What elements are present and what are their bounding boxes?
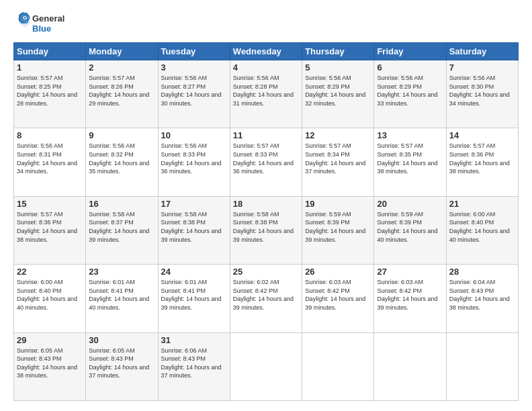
calendar-day-cell: 10Sunrise: 5:56 AMSunset: 8:33 PMDayligh… (158, 128, 230, 196)
day-info: Sunrise: 5:56 AMSunset: 8:33 PMDaylight:… (161, 142, 222, 175)
calendar-day-cell: 5Sunrise: 5:56 AMSunset: 8:29 PMDaylight… (302, 60, 374, 128)
calendar-week-row: 29Sunrise: 6:05 AMSunset: 8:43 PMDayligh… (14, 332, 519, 400)
day-number: 3 (161, 62, 227, 73)
day-info: Sunrise: 5:57 AMSunset: 8:36 PMDaylight:… (17, 211, 77, 243)
weekday-header-cell: Saturday (446, 43, 518, 60)
day-number: 15 (17, 199, 83, 209)
weekday-header-cell: Thursday (302, 43, 374, 60)
day-number: 14 (449, 130, 515, 140)
day-number: 19 (305, 199, 371, 209)
day-number: 1 (17, 62, 83, 73)
day-info: Sunrise: 5:57 AMSunset: 8:34 PMDaylight:… (305, 142, 365, 175)
day-info: Sunrise: 6:05 AMSunset: 8:43 PMDaylight:… (17, 347, 77, 379)
svg-text:General: General (32, 13, 64, 24)
day-number: 30 (89, 335, 154, 345)
weekday-header-row: SundayMondayTuesdayWednesdayThursdayFrid… (14, 43, 519, 60)
calendar-day-cell: 26Sunrise: 6:03 AMSunset: 8:42 PMDayligh… (302, 265, 374, 332)
calendar-day-cell: 21Sunrise: 6:00 AMSunset: 8:40 PMDayligh… (446, 196, 518, 264)
day-info: Sunrise: 6:04 AMSunset: 8:43 PMDaylight:… (449, 279, 510, 311)
day-number: 16 (89, 199, 154, 209)
calendar-day-cell (302, 332, 374, 400)
calendar-day-cell: 17Sunrise: 5:58 AMSunset: 8:38 PMDayligh… (158, 196, 230, 264)
day-info: Sunrise: 5:58 AMSunset: 8:38 PMDaylight:… (161, 211, 222, 243)
calendar-day-cell: 8Sunrise: 5:56 AMSunset: 8:31 PMDaylight… (14, 128, 86, 196)
day-number: 13 (377, 130, 443, 140)
day-info: Sunrise: 6:02 AMSunset: 8:42 PMDaylight:… (233, 279, 294, 311)
day-number: 31 (161, 335, 227, 345)
day-number: 7 (449, 62, 515, 73)
day-number: 12 (305, 130, 371, 140)
svg-text:Blue: Blue (32, 24, 51, 34)
calendar-table: SundayMondayTuesdayWednesdayThursdayFrid… (13, 42, 519, 401)
day-number: 29 (17, 335, 83, 345)
day-info: Sunrise: 5:57 AMSunset: 8:26 PMDaylight:… (89, 75, 149, 107)
day-info: Sunrise: 6:03 AMSunset: 8:42 PMDaylight:… (377, 279, 437, 311)
calendar-day-cell: 22Sunrise: 6:00 AMSunset: 8:40 PMDayligh… (14, 265, 86, 332)
calendar-day-cell: 13Sunrise: 5:57 AMSunset: 8:35 PMDayligh… (374, 128, 446, 196)
weekday-header-cell: Monday (86, 43, 158, 60)
weekday-header-cell: Sunday (14, 43, 86, 60)
header: General Blue G (13, 10, 519, 37)
calendar-day-cell: 28Sunrise: 6:04 AMSunset: 8:43 PMDayligh… (446, 265, 518, 332)
calendar-day-cell: 4Sunrise: 5:56 AMSunset: 8:28 PMDaylight… (230, 60, 302, 128)
day-info: Sunrise: 5:56 AMSunset: 8:31 PMDaylight:… (17, 142, 77, 175)
day-info: Sunrise: 6:01 AMSunset: 8:41 PMDaylight:… (161, 279, 222, 311)
day-info: Sunrise: 5:57 AMSunset: 8:35 PMDaylight:… (377, 142, 437, 175)
day-info: Sunrise: 6:00 AMSunset: 8:40 PMDaylight:… (17, 279, 77, 311)
day-number: 5 (305, 62, 371, 73)
day-info: Sunrise: 5:57 AMSunset: 8:36 PMDaylight:… (449, 142, 510, 175)
calendar-day-cell: 31Sunrise: 6:06 AMSunset: 8:43 PMDayligh… (158, 332, 230, 400)
day-number: 17 (161, 199, 227, 209)
calendar-day-cell: 25Sunrise: 6:02 AMSunset: 8:42 PMDayligh… (230, 265, 302, 332)
day-number: 25 (233, 267, 299, 277)
calendar-day-cell: 16Sunrise: 5:58 AMSunset: 8:37 PMDayligh… (86, 196, 158, 264)
day-info: Sunrise: 5:57 AMSunset: 8:25 PMDaylight:… (17, 75, 77, 107)
calendar-day-cell: 24Sunrise: 6:01 AMSunset: 8:41 PMDayligh… (158, 265, 230, 332)
day-number: 20 (377, 199, 443, 209)
day-number: 9 (89, 130, 154, 140)
calendar-day-cell: 1Sunrise: 5:57 AMSunset: 8:25 PMDaylight… (14, 60, 86, 128)
day-info: Sunrise: 5:56 AMSunset: 8:32 PMDaylight:… (89, 142, 149, 175)
calendar-page: General Blue G SundayMondayTuesdayWednes… (0, 0, 532, 411)
logo: General Blue G (13, 10, 74, 37)
calendar-day-cell: 11Sunrise: 5:57 AMSunset: 8:33 PMDayligh… (230, 128, 302, 196)
day-info: Sunrise: 5:59 AMSunset: 8:39 PMDaylight:… (305, 211, 365, 243)
calendar-day-cell: 12Sunrise: 5:57 AMSunset: 8:34 PMDayligh… (302, 128, 374, 196)
day-number: 6 (377, 62, 443, 73)
day-number: 27 (377, 267, 443, 277)
calendar-week-row: 22Sunrise: 6:00 AMSunset: 8:40 PMDayligh… (14, 265, 519, 332)
day-number: 28 (449, 267, 515, 277)
day-info: Sunrise: 6:06 AMSunset: 8:43 PMDaylight:… (161, 347, 222, 379)
day-number: 10 (161, 130, 227, 140)
calendar-day-cell: 29Sunrise: 6:05 AMSunset: 8:43 PMDayligh… (14, 332, 86, 400)
day-info: Sunrise: 5:56 AMSunset: 8:29 PMDaylight:… (377, 75, 437, 107)
calendar-day-cell: 23Sunrise: 6:01 AMSunset: 8:41 PMDayligh… (86, 265, 158, 332)
day-info: Sunrise: 6:01 AMSunset: 8:41 PMDaylight:… (89, 279, 149, 311)
day-info: Sunrise: 5:59 AMSunset: 8:39 PMDaylight:… (377, 211, 437, 243)
calendar-day-cell: 6Sunrise: 5:56 AMSunset: 8:29 PMDaylight… (374, 60, 446, 128)
day-info: Sunrise: 6:05 AMSunset: 8:43 PMDaylight:… (89, 347, 149, 379)
calendar-day-cell: 7Sunrise: 5:56 AMSunset: 8:30 PMDaylight… (446, 60, 518, 128)
calendar-day-cell: 18Sunrise: 5:58 AMSunset: 8:38 PMDayligh… (230, 196, 302, 264)
weekday-header-cell: Friday (374, 43, 446, 60)
calendar-day-cell (374, 332, 446, 400)
day-info: Sunrise: 5:58 AMSunset: 8:37 PMDaylight:… (89, 211, 149, 243)
day-number: 24 (161, 267, 227, 277)
day-number: 23 (89, 267, 154, 277)
calendar-day-cell (446, 332, 518, 400)
day-number: 11 (233, 130, 299, 140)
day-number: 8 (17, 130, 83, 140)
logo-svg: General Blue G (13, 10, 74, 37)
day-info: Sunrise: 6:00 AMSunset: 8:40 PMDaylight:… (449, 211, 510, 243)
svg-text:G: G (23, 15, 27, 21)
day-number: 4 (233, 62, 299, 73)
day-info: Sunrise: 5:57 AMSunset: 8:33 PMDaylight:… (233, 142, 294, 175)
calendar-day-cell: 19Sunrise: 5:59 AMSunset: 8:39 PMDayligh… (302, 196, 374, 264)
calendar-day-cell: 9Sunrise: 5:56 AMSunset: 8:32 PMDaylight… (86, 128, 158, 196)
calendar-day-cell: 2Sunrise: 5:57 AMSunset: 8:26 PMDaylight… (86, 60, 158, 128)
calendar-week-row: 15Sunrise: 5:57 AMSunset: 8:36 PMDayligh… (14, 196, 519, 264)
calendar-day-cell (230, 332, 302, 400)
day-info: Sunrise: 5:56 AMSunset: 8:27 PMDaylight:… (161, 75, 222, 107)
weekday-header-cell: Tuesday (158, 43, 230, 60)
day-number: 22 (17, 267, 83, 277)
